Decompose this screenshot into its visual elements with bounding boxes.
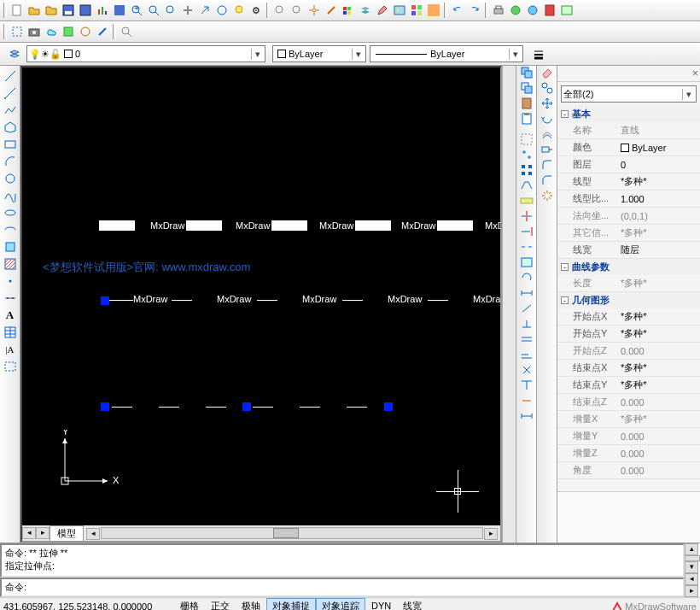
text-a-icon[interactable]: A xyxy=(2,307,19,324)
rot-icon[interactable] xyxy=(520,271,534,286)
scroll-thumb[interactable] xyxy=(273,528,299,538)
grip-handle[interactable] xyxy=(242,402,251,411)
scale-icon[interactable] xyxy=(520,148,534,163)
stretch-icon[interactable] xyxy=(540,143,554,158)
chamfer-icon[interactable] xyxy=(540,173,554,189)
array-icon[interactable] xyxy=(520,163,534,179)
toolbar-grip[interactable] xyxy=(3,24,7,39)
property-row[interactable]: 开始点X*多种* xyxy=(557,308,700,326)
arc-icon[interactable] xyxy=(2,153,19,170)
palette-icon[interactable] xyxy=(340,2,357,19)
property-value[interactable]: 随层 xyxy=(617,242,700,258)
divide-icon[interactable] xyxy=(2,290,19,307)
layer-manager-icon[interactable] xyxy=(6,45,23,62)
h-scrollbar[interactable]: ◂ ▸ xyxy=(101,527,483,539)
property-value[interactable]: *多种* xyxy=(617,360,700,376)
trim-icon[interactable] xyxy=(520,209,534,225)
color-icon[interactable] xyxy=(425,2,442,19)
status-toggle[interactable]: 极轴 xyxy=(236,598,266,610)
folder-icon[interactable] xyxy=(43,2,60,19)
offset-icon[interactable] xyxy=(540,127,554,143)
paint-icon[interactable] xyxy=(507,2,524,19)
target-icon[interactable] xyxy=(306,2,323,19)
property-value[interactable]: ByLayer xyxy=(617,139,700,155)
property-value[interactable]: 直线 xyxy=(617,122,700,138)
property-value[interactable]: *多种* xyxy=(617,377,700,393)
property-value[interactable]: 0.000 xyxy=(617,343,700,359)
drawing-canvas[interactable]: MxDraw MxDraw MxDraw MxDraw MxDraw <梦想软件… xyxy=(22,67,500,525)
pan-icon[interactable] xyxy=(179,2,196,19)
toolbar-grip[interactable] xyxy=(3,3,7,18)
property-row[interactable]: 名称直线 xyxy=(557,122,700,139)
property-row[interactable]: 其它信...*多种* xyxy=(557,225,700,242)
property-value[interactable]: *多种* xyxy=(617,308,700,325)
property-row[interactable]: 开始点Z0.000 xyxy=(557,343,700,360)
find-icon[interactable] xyxy=(118,23,135,40)
dropdown-arrow-icon[interactable]: ▾ xyxy=(251,49,263,60)
dim6-icon[interactable] xyxy=(520,363,534,378)
property-value[interactable]: 0.000 xyxy=(617,394,700,410)
v-scrollbar[interactable] xyxy=(502,66,516,543)
tab-prev-icon[interactable]: ◂ xyxy=(22,527,36,539)
property-row[interactable]: 结束点X*多种* xyxy=(557,360,700,377)
collapse-icon[interactable]: - xyxy=(561,263,569,271)
collapse-icon[interactable]: - xyxy=(561,296,569,304)
tab-next-icon[interactable]: ▸ xyxy=(36,527,50,539)
tool1-icon[interactable]: ⚙ xyxy=(248,2,265,19)
pic-icon[interactable] xyxy=(558,2,575,19)
status-toggle[interactable]: 对象追踪 xyxy=(316,598,365,610)
grip-handle[interactable] xyxy=(384,402,393,411)
save2-icon[interactable] xyxy=(77,2,94,19)
image2-icon[interactable] xyxy=(520,255,534,271)
command-history[interactable]: 命令: ** 拉伸 ** 指定拉伸点: xyxy=(0,543,685,578)
property-group[interactable]: -曲线参数 xyxy=(557,259,700,275)
open-icon[interactable] xyxy=(26,2,43,19)
command-scrollbar[interactable]: ▴ ▾ ◂ ▸ xyxy=(685,543,700,597)
property-row[interactable]: 增量Z0.000 xyxy=(557,445,700,462)
status-toggle[interactable]: 正交 xyxy=(205,598,236,610)
zoom2-icon[interactable] xyxy=(213,2,230,19)
property-row[interactable]: 法向坐...(0,0,1) xyxy=(557,208,700,225)
toolbar-grip[interactable] xyxy=(485,3,488,18)
copy2-icon[interactable] xyxy=(520,81,534,97)
ellipse-arc-icon[interactable] xyxy=(2,221,19,238)
dim9-icon[interactable] xyxy=(520,409,534,425)
note-icon[interactable] xyxy=(60,23,77,40)
layer-dropdown[interactable]: 💡 ☀ 🔓 0 ▾ xyxy=(26,45,265,62)
mirror-icon[interactable] xyxy=(520,179,534,194)
mtext-icon[interactable]: |A xyxy=(2,341,19,358)
toolbar-grip[interactable] xyxy=(113,24,116,39)
zoom4-icon[interactable] xyxy=(289,2,306,19)
scroll-left-icon[interactable]: ◂ xyxy=(86,528,100,540)
scroll-left-icon[interactable]: ◂ xyxy=(685,573,698,585)
dim8-icon[interactable] xyxy=(520,394,534,409)
property-value[interactable]: *多种* xyxy=(617,411,700,427)
zoom3-icon[interactable] xyxy=(271,2,289,19)
dropdown-arrow-icon[interactable]: ▾ xyxy=(352,49,364,60)
globe-icon[interactable] xyxy=(524,2,541,19)
dim5-icon[interactable] xyxy=(520,348,534,363)
region-icon[interactable] xyxy=(2,358,19,375)
bulb-icon[interactable] xyxy=(230,2,248,19)
copy3-icon[interactable] xyxy=(540,81,554,97)
property-value[interactable]: 0 xyxy=(617,156,700,173)
toolbar-grip[interactable] xyxy=(266,3,270,18)
property-row[interactable]: 线型*多种* xyxy=(557,173,700,191)
brush-icon[interactable] xyxy=(323,2,340,19)
point-icon[interactable] xyxy=(2,273,19,290)
selrect-icon[interactable] xyxy=(520,132,534,148)
move-icon[interactable] xyxy=(540,97,554,112)
zoom-in-icon[interactable]: + xyxy=(128,2,145,19)
status-toggle[interactable]: 栅格 xyxy=(174,598,205,610)
property-row[interactable]: 图层0 xyxy=(557,156,700,173)
model-tab[interactable]: 模型 xyxy=(50,525,84,542)
ellipse-icon[interactable] xyxy=(2,204,19,221)
erase-icon[interactable] xyxy=(540,66,554,81)
ruler-icon[interactable] xyxy=(520,194,534,209)
hatch-icon[interactable] xyxy=(2,255,19,273)
dim4-icon[interactable] xyxy=(520,332,534,348)
arrow-icon[interactable] xyxy=(196,2,213,19)
select-icon[interactable] xyxy=(9,23,26,40)
property-value[interactable]: *多种* xyxy=(617,173,700,190)
dim3-icon[interactable] xyxy=(520,317,534,332)
